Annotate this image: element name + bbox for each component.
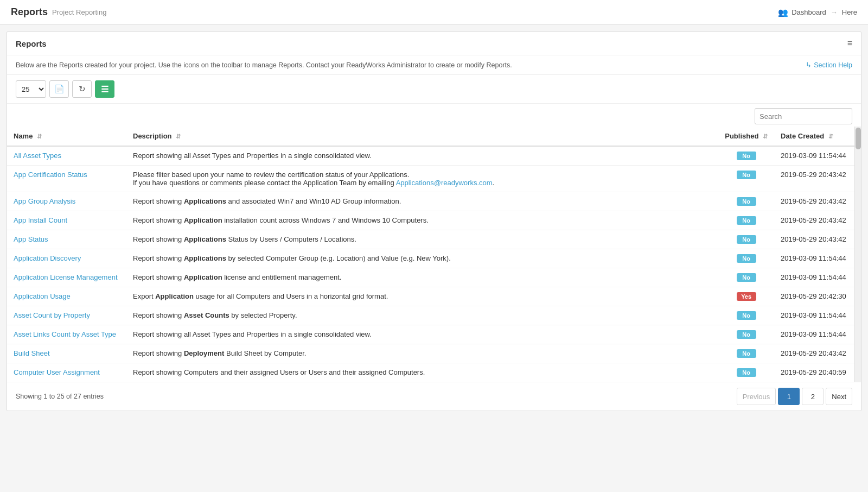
name-sort-icon[interactable]: ⇵ (37, 133, 42, 140)
published-sort-icon[interactable]: ⇵ (763, 133, 768, 140)
section-help-link[interactable]: ↳ Section Help (806, 61, 852, 69)
published-badge: No (737, 368, 756, 377)
published-badge: No (737, 216, 756, 225)
entries-info: Showing 1 to 25 of 27 entries (16, 393, 104, 400)
breadcrumb-separator: → (831, 8, 838, 16)
report-name-link[interactable]: Asset Count by Property (14, 311, 90, 319)
report-name-link[interactable]: Application License Management (14, 273, 118, 281)
table-row: Asset Count by PropertyReport showing As… (7, 306, 861, 325)
report-date-created: 2019-05-29 20:43:42 (774, 230, 861, 249)
email-link[interactable]: Applications@readyworks.com (396, 179, 493, 187)
main-container: Reports ≡ Below are the Reports created … (7, 31, 861, 411)
report-name-link[interactable]: App Group Analysis (14, 197, 75, 205)
report-name-link[interactable]: Application Discovery (14, 254, 81, 262)
table-footer: Showing 1 to 25 of 27 entries Previous 1… (7, 382, 861, 411)
report-description: Report showing Computers and their assig… (126, 363, 718, 382)
report-description: Report showing Asset Counts by selected … (126, 306, 718, 325)
table-row: Asset Links Count by Asset TypeReport sh… (7, 325, 861, 344)
report-description: Report showing Applications by selected … (126, 249, 718, 268)
col-header-name: Name ⇵ (7, 127, 126, 146)
report-date-created: 2019-03-09 11:54:44 (774, 146, 861, 166)
col-header-description: Description ⇵ (126, 127, 718, 146)
add-report-button[interactable]: ☰ (95, 80, 114, 98)
report-date-created: 2019-03-09 11:54:44 (774, 325, 861, 344)
published-badge: No (737, 152, 756, 160)
report-name-link[interactable]: All Asset Types (14, 152, 61, 160)
report-date-created: 2019-03-09 11:54:44 (774, 306, 861, 325)
refresh-button[interactable]: ↻ (72, 80, 92, 98)
breadcrumb: 👥 Dashboard → Here (778, 8, 857, 17)
table-row: Computer User AssignmentReport showing C… (7, 363, 861, 382)
topbar: Reports Project Reporting 👥 Dashboard → … (0, 0, 868, 25)
page-1-button[interactable]: 1 (778, 388, 800, 405)
report-description: Report showing Deployment Build Sheet by… (126, 344, 718, 363)
report-published: No (718, 249, 774, 268)
report-description: Report showing Applications Status by Us… (126, 230, 718, 249)
published-badge: No (737, 330, 756, 339)
report-name-link[interactable]: Build Sheet (14, 349, 50, 357)
scrollbar-thumb (856, 128, 861, 149)
previous-button[interactable]: Previous (737, 388, 776, 405)
published-badge: No (737, 273, 756, 282)
table-row: Build SheetReport showing Deployment Bui… (7, 344, 861, 363)
section-help-arrow-icon: ↳ (806, 61, 812, 69)
table-row: App Install CountReport showing Applicat… (7, 211, 861, 230)
panel-title: Reports (16, 39, 47, 48)
report-description: Please filter based upon your name to re… (126, 166, 718, 192)
published-badge: No (737, 197, 756, 206)
report-description: Report showing all Asset Types and Prope… (126, 146, 718, 166)
col-header-date: Date Created ⇵ (774, 127, 861, 146)
report-published: No (718, 363, 774, 382)
table-row: App StatusReport showing Applications St… (7, 230, 861, 249)
report-name-link[interactable]: Asset Links Count by Asset Type (14, 330, 116, 338)
report-description: Report showing Application installation … (126, 211, 718, 230)
report-name-link[interactable]: App Status (14, 235, 48, 243)
report-published: No (718, 344, 774, 363)
hamburger-icon[interactable]: ≡ (847, 39, 852, 48)
report-published: No (718, 146, 774, 166)
vertical-scrollbar[interactable] (854, 127, 861, 382)
report-description: Export Application usage for all Compute… (126, 287, 718, 306)
published-badge: No (737, 349, 756, 358)
published-badge: No (737, 235, 756, 244)
add-icon: ☰ (101, 84, 108, 94)
reports-table: Name ⇵ Description ⇵ Published ⇵ Date Cr… (7, 127, 861, 382)
page-size-select[interactable]: 25 10 50 100 (16, 80, 46, 98)
topbar-left: Reports Project Reporting (11, 7, 106, 18)
report-name-link[interactable]: App Install Count (14, 216, 67, 224)
report-date-created: 2019-03-09 11:54:44 (774, 249, 861, 268)
breadcrumb-dashboard[interactable]: Dashboard (792, 8, 826, 16)
report-date-created: 2019-03-09 11:54:44 (774, 268, 861, 287)
report-date-created: 2019-05-29 20:43:42 (774, 192, 861, 211)
table-row: App Certification StatusPlease filter ba… (7, 166, 861, 192)
report-description: Report showing all Asset Types and Prope… (126, 325, 718, 344)
report-published: Yes (718, 287, 774, 306)
next-button[interactable]: Next (826, 388, 852, 405)
app-subtitle: Project Reporting (52, 8, 106, 16)
search-input[interactable] (755, 108, 852, 124)
app-title: Reports (11, 7, 48, 18)
report-name-link[interactable]: App Certification Status (14, 171, 87, 179)
published-badge: No (737, 311, 756, 320)
table-row: Application DiscoveryReport showing Appl… (7, 249, 861, 268)
report-published: No (718, 230, 774, 249)
page-2-button[interactable]: 2 (802, 388, 824, 405)
panel-header: Reports ≡ (7, 32, 861, 55)
report-date-created: 2019-05-29 20:43:42 (774, 211, 861, 230)
published-badge: No (737, 254, 756, 263)
report-name-link[interactable]: Computer User Assignment (14, 368, 100, 376)
report-name-link[interactable]: Application Usage (14, 292, 71, 300)
table-row: Application UsageExport Application usag… (7, 287, 861, 306)
description-sort-icon[interactable]: ⇵ (176, 133, 181, 140)
report-published: No (718, 166, 774, 192)
published-badge: No (737, 171, 756, 179)
report-published: No (718, 325, 774, 344)
report-description: Report showing Application license and e… (126, 268, 718, 287)
section-help-label: Section Help (814, 61, 852, 69)
table-wrapper: Name ⇵ Description ⇵ Published ⇵ Date Cr… (7, 127, 861, 382)
date-sort-icon[interactable]: ⇵ (828, 133, 833, 140)
col-header-published: Published ⇵ (718, 127, 774, 146)
table-row: Application License ManagementReport sho… (7, 268, 861, 287)
description-bar: Below are the Reports created for your p… (7, 55, 861, 75)
export-button[interactable]: 📄 (49, 80, 69, 98)
